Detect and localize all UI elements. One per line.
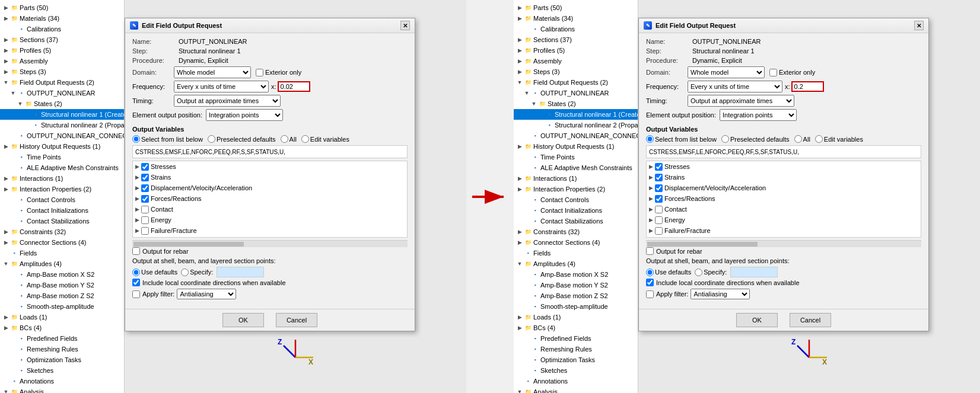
tree-item-field-output-requests[interactable]: ▼📁Field Output Requests (2): [0, 77, 124, 88]
tree-item-remeshing-rules[interactable]: ▪Remeshing Rules: [0, 344, 124, 354]
tree-expand-icon[interactable]: ▶: [516, 36, 523, 43]
list-scrollbar[interactable]: [132, 240, 408, 247]
radio-all[interactable]: [794, 135, 802, 143]
tree-item-connector-sections[interactable]: ▶📁Connector Sections (4): [0, 237, 124, 248]
frequency-select[interactable]: Every x units of time: [174, 81, 269, 92]
tree-expand-icon[interactable]: ▶: [2, 143, 9, 150]
list-expand-icon[interactable]: ▶: [135, 194, 139, 203]
list-item-checkbox[interactable]: [141, 238, 149, 238]
tree-item-output-nonlinear[interactable]: ▼▪OUTPUT_NONLINEAR: [0, 88, 124, 98]
tree-expand-icon[interactable]: ▶: [2, 36, 9, 43]
specify-item[interactable]: Specify:: [695, 269, 727, 276]
tree-item-amp-base-y[interactable]: ▪Amp-Base motion Y S2: [0, 280, 124, 290]
tree-expand-icon[interactable]: ▶: [516, 239, 523, 246]
tree-item-analysis-r[interactable]: ▼📁Analysis: [514, 386, 638, 393]
tree-item-optimization-tasks-r[interactable]: ▪Optimization Tasks: [514, 354, 638, 365]
specify-input[interactable]: [217, 267, 264, 277]
tree-expand-icon[interactable]: ▶: [516, 68, 523, 75]
specify-input[interactable]: [730, 267, 778, 277]
tree-expand-icon[interactable]: ▶: [2, 324, 9, 331]
tree-item-interaction-properties[interactable]: ▶📁Interaction Properties (2): [0, 184, 124, 194]
list-item-checkbox[interactable]: [655, 195, 663, 203]
use-defaults-radio[interactable]: [646, 269, 654, 276]
list-expand-icon[interactable]: ▶: [649, 183, 653, 193]
radio-edit[interactable]: [815, 135, 823, 143]
tree-expand-icon[interactable]: ▶: [2, 4, 9, 11]
list-expand-icon[interactable]: ▶: [649, 172, 653, 182]
tree-expand-icon[interactable]: ▶: [2, 228, 9, 235]
use-defaults-item[interactable]: Use defaults: [132, 269, 177, 276]
output-rebar-checkbox[interactable]: [132, 247, 140, 255]
radio-select[interactable]: [646, 135, 654, 143]
tree-item-fields[interactable]: ▪Fields: [0, 248, 124, 258]
tree-item-field-output-requests-r[interactable]: ▼📁Field Output Requests (2): [514, 77, 638, 88]
list-expand-icon[interactable]: ▶: [649, 205, 653, 214]
tree-item-predefined-fields[interactable]: ▪Predefined Fields: [0, 333, 124, 344]
list-expand-icon[interactable]: ▶: [135, 162, 139, 171]
tree-expand-icon[interactable]: ▼: [2, 388, 9, 393]
list-expand-icon[interactable]: ▶: [649, 226, 653, 235]
tree-item-connector-sections-r[interactable]: ▶📁Connector Sections (4): [514, 237, 638, 248]
tree-item-loads-r[interactable]: ▶📁Loads (1): [514, 312, 638, 322]
list-item-checkbox[interactable]: [141, 184, 149, 192]
exterior-only-checkbox[interactable]: [769, 69, 777, 76]
tree-item-optimization-tasks[interactable]: ▪Optimization Tasks: [0, 354, 124, 365]
list-item-checkbox[interactable]: [141, 163, 149, 171]
vars-text-input[interactable]: [132, 145, 408, 158]
tree-item-constraints-r[interactable]: ▶📁Constraints (32): [514, 226, 638, 237]
tree-item-states-r[interactable]: ▼📁States (2): [514, 98, 638, 109]
list-scrollbar[interactable]: [646, 240, 921, 247]
tree-item-profiles-r[interactable]: ▶📁Profiles (5): [514, 45, 638, 56]
list-item-checkbox[interactable]: [655, 227, 663, 235]
tree-expand-icon[interactable]: ▶: [516, 57, 523, 65]
tree-item-interactions-r[interactable]: ▶📁Interactions (1): [514, 173, 638, 184]
tree-item-history-output-requests-r[interactable]: ▶📁History Output Requests (1): [514, 141, 638, 152]
radio-edit-item[interactable]: Edit variables: [301, 135, 349, 143]
list-item-checkbox[interactable]: [655, 174, 663, 181]
use-defaults-item[interactable]: Use defaults: [646, 269, 691, 276]
tree-item-structural-nonlinear-1[interactable]: ▪Structural nonlinear 1 (Created): [0, 109, 124, 120]
tree-expand-icon[interactable]: ▶: [516, 15, 523, 22]
x-value-input[interactable]: [791, 81, 824, 92]
tree-item-bcs[interactable]: ▶📁BCs (4): [0, 322, 124, 333]
tree-item-amp-base-x-r[interactable]: ▪Amp-Base motion X S2: [514, 269, 638, 280]
tree-item-parts-r[interactable]: ▶📁Parts (50): [514, 2, 638, 13]
list-expand-icon[interactable]: ▶: [135, 237, 139, 238]
tree-item-output-nonlinear-connectors-r[interactable]: ▪OUTPUT_NONLINEAR_CONNECTORS: [514, 130, 638, 141]
tree-item-sections[interactable]: ▶📁Sections (37): [0, 34, 124, 45]
tree-item-constraints[interactable]: ▶📁Constraints (32): [0, 226, 124, 237]
scrollbar-thumb[interactable]: [647, 242, 758, 247]
tree-item-amp-base-z[interactable]: ▪Amp-Base motion Z S2: [0, 290, 124, 301]
tree-item-assembly-r[interactable]: ▶📁Assembly: [514, 56, 638, 66]
tree-item-annotations-r[interactable]: ▪Annotations: [514, 376, 638, 386]
frequency-select[interactable]: Every x units of time: [688, 81, 782, 92]
tree-item-time-points-r[interactable]: ▪Time Points: [514, 152, 638, 162]
tree-expand-icon[interactable]: ▶: [516, 143, 523, 150]
output-rebar-checkbox[interactable]: [646, 247, 654, 255]
x-value-input[interactable]: [278, 81, 310, 92]
tree-item-materials[interactable]: ▶📁Materials (34): [0, 13, 124, 24]
list-expand-icon[interactable]: ▶: [649, 162, 653, 171]
tree-expand-icon[interactable]: ▼: [9, 90, 17, 97]
tree-item-annotations[interactable]: ▪Annotations: [0, 376, 124, 386]
tree-item-structural-nonlinear-2[interactable]: ▪Structural nonlinear 2 (Propagate: [0, 120, 124, 130]
list-expand-icon[interactable]: ▶: [649, 194, 653, 203]
tree-item-bcs-r[interactable]: ▶📁BCs (4): [514, 322, 638, 333]
list-expand-icon[interactable]: ▶: [135, 183, 139, 193]
specify-radio[interactable]: [181, 269, 189, 276]
tree-item-fields-r[interactable]: ▪Fields: [514, 248, 638, 258]
tree-item-materials-r[interactable]: ▶📁Materials (34): [514, 13, 638, 24]
elem-output-select[interactable]: Integration points: [720, 109, 797, 121]
tree-expand-icon[interactable]: ▶: [516, 175, 523, 182]
tree-item-history-output-requests[interactable]: ▶📁History Output Requests (1): [0, 141, 124, 152]
tree-item-predefined-fields-r[interactable]: ▪Predefined Fields: [514, 333, 638, 344]
radio-preselect-item[interactable]: Preselected defaults: [208, 135, 276, 143]
list-item-checkbox[interactable]: [655, 238, 663, 238]
tree-item-sections-r[interactable]: ▶📁Sections (37): [514, 34, 638, 45]
radio-edit[interactable]: [301, 135, 309, 143]
tree-expand-icon[interactable]: ▼: [516, 79, 523, 86]
list-item-checkbox[interactable]: [141, 195, 149, 203]
list-item-checkbox[interactable]: [655, 184, 663, 192]
list-item-checkbox[interactable]: [141, 174, 149, 181]
list-expand-icon[interactable]: ▶: [135, 226, 139, 235]
